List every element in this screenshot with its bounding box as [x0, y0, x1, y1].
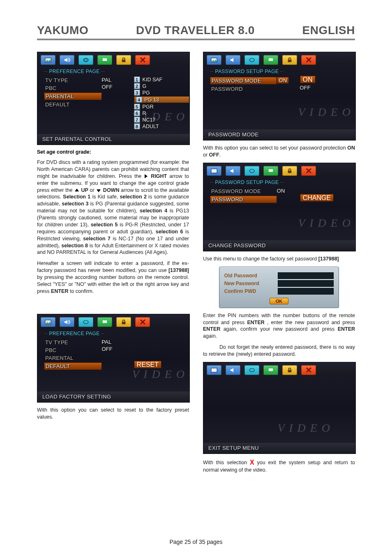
- rating-opt-2[interactable]: 2G: [134, 83, 189, 89]
- close-tab-icon[interactable]: ✕: [135, 55, 150, 65]
- menu-item-pbc[interactable]: PBC: [44, 347, 102, 354]
- display-tab-icon[interactable]: [263, 55, 278, 65]
- svg-point-21: [249, 368, 254, 372]
- menu-item-default[interactable]: DEFAULT: [44, 101, 102, 108]
- osd-breadcrumb: -- PASSWORD SETUP PAGE --: [203, 66, 355, 75]
- lock-tab-icon[interactable]: [282, 166, 297, 176]
- rating-opt-1[interactable]: 1KID SAF: [134, 76, 189, 83]
- osd-body: V I D E O: [203, 376, 355, 443]
- right-column: ✕ -- PASSWORD SETUP PAGE -- PASSWORD MOD…: [203, 49, 355, 478]
- value-tv-type: PAL: [102, 339, 132, 345]
- option-off[interactable]: OFF: [300, 85, 355, 91]
- svg-rect-4: [102, 58, 107, 61]
- close-tab-icon[interactable]: ✕: [301, 55, 316, 65]
- display-tab-icon[interactable]: [97, 317, 112, 327]
- old-password-row: Old Password: [224, 272, 334, 279]
- menu-item-parental[interactable]: PARENTAL: [44, 92, 102, 100]
- option-on[interactable]: ON: [300, 76, 316, 83]
- svg-point-13: [249, 58, 254, 62]
- subtitle-tab-icon[interactable]: [78, 317, 93, 327]
- audio-tab-icon[interactable]: [226, 55, 240, 65]
- menu-item-pbc[interactable]: PBC: [44, 85, 102, 92]
- document-page: YAKUMO DVD TRAVELLER 8.0 ENGLISH ✕ -- PR…: [0, 0, 392, 555]
- svg-rect-23: [288, 370, 292, 372]
- display-tab-icon[interactable]: [263, 166, 278, 176]
- old-password-field[interactable]: [278, 272, 334, 279]
- svg-rect-15: [288, 60, 292, 62]
- osd-footer-label: EXIT SETUP MENU: [203, 443, 355, 454]
- change-action[interactable]: CHANGE: [300, 194, 334, 202]
- svg-rect-10: [102, 320, 107, 323]
- left-column: ✕ -- PREFERENCE PAGE -- TV TYPE PBC PARE…: [37, 49, 189, 478]
- svg-rect-22: [268, 368, 273, 371]
- lock-tab-icon[interactable]: [116, 317, 131, 327]
- audio-tab-icon[interactable]: [60, 55, 74, 65]
- osd-tab-strip: ✕: [203, 362, 355, 376]
- value-pbc: OFF: [102, 346, 132, 352]
- osd-password-change: ✕ -- PASSWORD SETUP PAGE -- PASSWORD MOD…: [203, 163, 356, 251]
- osd-tab-strip: ✕: [203, 52, 355, 66]
- down-arrow-icon: [97, 189, 101, 192]
- rating-opt-6[interactable]: 6R: [134, 110, 189, 116]
- ok-button[interactable]: OK: [270, 298, 289, 304]
- osd-preference-parental: ✕ -- PREFERENCE PAGE -- TV TYPE PBC PARE…: [37, 52, 190, 145]
- picture-tab-icon[interactable]: [41, 55, 55, 65]
- password-mode-caption: With this option you can select to set y…: [203, 145, 355, 159]
- confirm-password-field[interactable]: [278, 288, 334, 295]
- osd-tab-strip: ✕: [37, 52, 189, 66]
- osd-body: TV TYPE PBC PARENTAL DEFAULT PAL OFF 1KI…: [37, 75, 189, 134]
- audio-tab-icon[interactable]: [226, 166, 240, 176]
- picture-tab-icon[interactable]: [41, 317, 55, 327]
- menu-item-password[interactable]: PASSWORD: [210, 196, 277, 203]
- rating-opt-5[interactable]: 5PGR: [134, 104, 189, 110]
- lock-tab-icon[interactable]: [282, 55, 297, 65]
- menu-item-default[interactable]: DEFAULT: [44, 362, 102, 370]
- rating-opt-3[interactable]: 3PG: [134, 90, 189, 96]
- rating-opt-8[interactable]: 8ADULT: [134, 123, 189, 129]
- osd-password-mode: ✕ -- PASSWORD SETUP PAGE -- PASSWORD MOD…: [203, 52, 356, 140]
- subtitle-tab-icon[interactable]: [244, 55, 259, 65]
- picture-tab-icon[interactable]: [207, 365, 221, 375]
- two-column-layout: ✕ -- PREFERENCE PAGE -- TV TYPE PBC PARE…: [37, 49, 355, 478]
- new-password-row: New Password: [224, 280, 334, 287]
- rating-opt-7[interactable]: 7NC17: [134, 117, 189, 123]
- confirm-password-label: Confirm PWD: [224, 288, 274, 294]
- subtitle-tab-icon[interactable]: [78, 55, 93, 65]
- menu-item-parental[interactable]: PARENTAL: [44, 355, 102, 362]
- svg-rect-5: [104, 62, 106, 62]
- enter-pins-body: Enter the PIN numbers with the number bu…: [203, 312, 355, 340]
- osd-breadcrumb: -- PASSWORD SETUP PAGE --: [203, 177, 355, 186]
- svg-point-9: [83, 320, 88, 324]
- picture-tab-icon[interactable]: [207, 166, 221, 176]
- menu-item-password-mode[interactable]: PASSWORD MODE: [210, 77, 277, 85]
- subtitle-tab-icon[interactable]: [244, 166, 259, 176]
- value-password-mode: ON: [277, 188, 298, 194]
- menu-item-password[interactable]: PASSWORD: [210, 85, 277, 92]
- osd-exit-setup: ✕ V I D E O EXIT SETUP MENU: [203, 362, 356, 454]
- display-tab-icon[interactable]: [263, 365, 278, 375]
- password-hereafter-body: Hereafter a screen will indicate to ente…: [37, 260, 189, 295]
- old-password-label: Old Password: [224, 273, 274, 279]
- exit-setup-caption: With this selection X you exit the syste…: [203, 458, 355, 474]
- audio-tab-icon[interactable]: [226, 365, 240, 375]
- lock-tab-icon[interactable]: [282, 365, 297, 375]
- osd-tab-strip: ✕: [37, 314, 189, 328]
- close-tab-icon[interactable]: ✕: [301, 365, 316, 375]
- svg-rect-20: [211, 368, 217, 372]
- display-tab-icon[interactable]: [97, 55, 112, 65]
- new-password-field[interactable]: [278, 280, 334, 287]
- rating-opt-4[interactable]: 4PG 13: [134, 96, 189, 103]
- osd-body: PASSWORD MODE PASSWORD ON CHANGE V I D E…: [203, 186, 355, 240]
- lock-tab-icon[interactable]: [116, 55, 131, 65]
- picture-tab-icon[interactable]: [207, 55, 221, 65]
- osd-breadcrumb: -- PREFERENCE PAGE --: [37, 66, 189, 75]
- osd-breadcrumb: -- PREFERENCE PAGE --: [37, 328, 189, 337]
- menu-item-tv-type[interactable]: TV TYPE: [44, 77, 102, 84]
- menu-item-tv-type[interactable]: TV TYPE: [44, 339, 102, 346]
- close-tab-icon[interactable]: ✕: [135, 317, 150, 327]
- subtitle-tab-icon[interactable]: [244, 365, 259, 375]
- reset-action[interactable]: RESET: [134, 361, 161, 368]
- close-tab-icon[interactable]: ✕: [301, 166, 316, 176]
- menu-item-password-mode[interactable]: PASSWORD MODE: [210, 188, 277, 195]
- audio-tab-icon[interactable]: [60, 317, 74, 327]
